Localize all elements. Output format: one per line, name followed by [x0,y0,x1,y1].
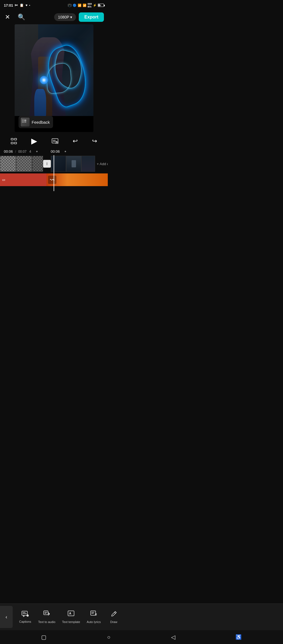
subtitle-icon [52,138,58,144]
toolbar-right: 1080P ▾ Export [54,12,104,22]
time-total: 00:07 [18,150,27,154]
time-second-display: 00:06 [51,149,60,154]
add-clip-area: + Add c + [97,159,108,168]
signal-icon: 📶 [83,4,87,7]
video-clip-mosaic [0,156,43,172]
timeline-playhead [54,155,54,191]
redo-button[interactable]: ↪ [90,136,99,146]
subtitle-button[interactable] [50,137,60,146]
play-button[interactable]: ▶ [30,135,39,147]
bottom-spacer [0,191,108,219]
capcut-icon: ✂ [15,3,18,7]
feedback-toast[interactable]: Feedback [19,116,53,128]
toolbar-left: ✕ 🔍 [4,12,26,22]
add-clip-label: + Add c [97,162,108,166]
cut-indicator[interactable]: I [43,160,51,168]
svg-rect-4 [24,122,26,123]
time-dot-2 [65,151,66,152]
battery: 22 [98,4,104,7]
sim-icon: 📋 [20,3,24,7]
wifi-icon: 📶 [78,4,82,7]
status-left: 17:01 ✂ 📋 ♥ • [4,3,30,7]
svg-rect-1 [22,121,24,122]
video-preview-container: Feedback [15,24,93,132]
status-right: 📳 🔵 📶 📶 669B/s ⚡ 22 [68,2,104,8]
clip-frame-5 [66,156,81,172]
clip-frame-4 [51,156,66,172]
video-clip-dark [51,156,95,172]
undo-button[interactable]: ↩ [71,136,79,146]
playback-controls: ▶ ↩ ↪ [0,132,108,149]
quality-chevron-icon: ▾ [70,15,72,19]
clip-frame-6 [81,156,95,172]
feedback-thumbnail [21,118,30,126]
energy-ball [40,76,48,84]
fullscreen-button[interactable] [9,136,19,146]
svg-rect-0 [22,120,24,120]
feedback-label: Feedback [32,120,50,125]
time-dot-1 [36,151,38,152]
svg-rect-5 [11,138,13,140]
time-bar: 00:06 / 00:07 4 00:06 [0,149,108,154]
clip-frame-1 [0,156,16,172]
quality-label: 1080P [58,15,69,19]
thumb-icon [22,120,28,125]
time-display: 17:01 [4,3,13,7]
audio-clip-red[interactable]: ки [0,173,46,186]
bluetooth-icon: 🔵 [73,4,77,7]
vibrate-icon: 📳 [68,4,72,7]
heart-icon: ♥ [25,3,27,7]
data-speed: 669B/s [88,2,92,8]
top-toolbar: ✕ 🔍 1080P ▾ Export [0,10,108,24]
clip-frame-2 [16,156,32,172]
svg-rect-3 [24,120,26,121]
charge-icon: ⚡ [93,4,97,7]
audio-waveform-icon [48,176,56,184]
time-current: 00:06 [4,149,13,154]
neon-effect [50,46,85,105]
quality-selector[interactable]: 1080P ▾ [54,13,76,21]
svg-rect-2 [22,122,24,123]
status-bar: 17:01 ✂ 📋 ♥ • 📳 🔵 📶 📶 669B/s ⚡ 22 [0,0,108,10]
search-button[interactable]: 🔍 [17,12,26,22]
fullscreen-icon [11,138,17,144]
time-suffix: 4 [29,150,31,154]
audio-track-label: ки [2,178,5,181]
dot-icon: • [29,4,30,7]
svg-rect-8 [14,142,17,144]
svg-rect-7 [11,142,13,144]
audio-clip-orange[interactable] [46,173,108,186]
export-button[interactable]: Export [79,12,104,22]
clip-frame-3 [32,156,43,172]
close-button[interactable]: ✕ [4,12,11,22]
video-preview: Feedback [15,24,93,132]
battery-percent: 22 [99,4,101,7]
timeline[interactable]: I + Add c + ки [0,155,108,191]
svg-rect-6 [14,138,17,140]
